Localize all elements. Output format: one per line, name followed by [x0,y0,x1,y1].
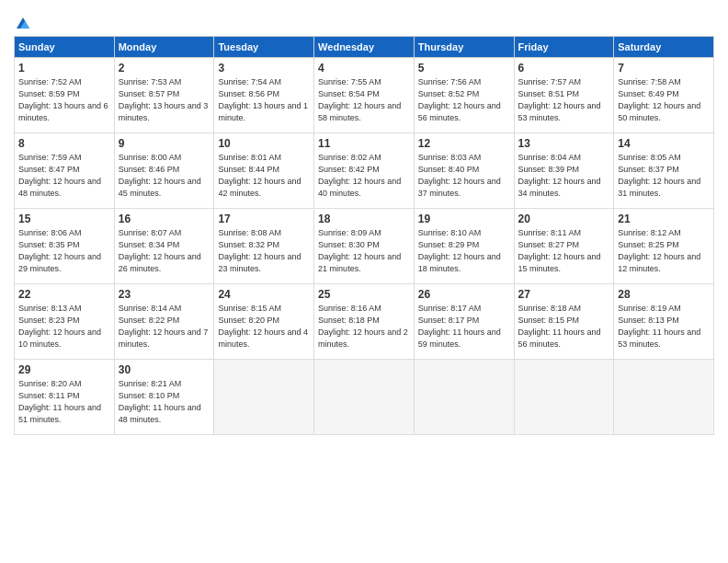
sunrise-text: Sunrise: 7:58 AM [618,77,681,86]
column-header-saturday: Saturday [614,37,714,58]
daylight-text: Daylight: 12 hours and 42 minutes. [218,177,301,198]
sunrise-text: Sunrise: 8:21 AM [119,379,182,388]
sunset-text: Sunset: 8:27 PM [518,240,580,249]
day-number: 17 [218,213,310,225]
calendar-day-cell: 12 Sunrise: 8:03 AM Sunset: 8:40 PM Dayl… [414,133,514,209]
calendar-header-row: SundayMondayTuesdayWednesdayThursdayFrid… [15,37,714,58]
daylight-text: Daylight: 12 hours and 40 minutes. [318,177,401,198]
daylight-text: Daylight: 12 hours and 37 minutes. [418,177,501,198]
sunrise-text: Sunrise: 8:00 AM [119,153,182,162]
day-number: 16 [119,213,210,225]
sunset-text: Sunset: 8:51 PM [518,89,580,98]
day-info: Sunrise: 8:11 AM Sunset: 8:27 PM Dayligh… [518,227,610,275]
page: SundayMondayTuesdayWednesdayThursdayFrid… [0,0,728,563]
sunrise-text: Sunrise: 8:06 AM [18,228,82,237]
day-number: 26 [418,288,510,301]
day-info: Sunrise: 8:00 AM Sunset: 8:46 PM Dayligh… [119,152,210,200]
calendar-day-cell: 26 Sunrise: 8:17 AM Sunset: 8:17 PM Dayl… [414,284,514,360]
sunrise-text: Sunrise: 7:59 AM [18,153,82,162]
calendar-day-cell: 3 Sunrise: 7:54 AM Sunset: 8:56 PM Dayli… [214,58,314,133]
day-number: 13 [518,137,610,150]
calendar-day-cell: 19 Sunrise: 8:10 AM Sunset: 8:29 PM Dayl… [414,209,514,284]
calendar-day-cell: 8 Sunrise: 7:59 AM Sunset: 8:47 PM Dayli… [15,133,115,209]
day-info: Sunrise: 8:09 AM Sunset: 8:30 PM Dayligh… [318,227,410,275]
calendar-week-row: 8 Sunrise: 7:59 AM Sunset: 8:47 PM Dayli… [15,133,714,209]
calendar-day-cell: 7 Sunrise: 7:58 AM Sunset: 8:49 PM Dayli… [614,58,714,133]
daylight-text: Daylight: 12 hours and 53 minutes. [518,101,601,122]
sunset-text: Sunset: 8:54 PM [318,89,380,98]
logo-icon [15,16,31,30]
calendar-day-cell: 23 Sunrise: 8:14 AM Sunset: 8:22 PM Dayl… [114,284,214,360]
sunset-text: Sunset: 8:17 PM [418,316,480,325]
column-header-friday: Friday [514,37,614,58]
day-number: 3 [218,62,310,75]
sunset-text: Sunset: 8:56 PM [218,89,279,98]
sunset-text: Sunset: 8:30 PM [318,240,380,249]
sunrise-text: Sunrise: 8:01 AM [218,153,281,162]
day-number: 8 [18,137,110,150]
daylight-text: Daylight: 12 hours and 21 minutes. [318,252,401,273]
calendar-day-cell: 1 Sunrise: 7:52 AM Sunset: 8:59 PM Dayli… [15,58,115,133]
calendar-day-cell: 4 Sunrise: 7:55 AM Sunset: 8:54 PM Dayli… [314,58,415,133]
calendar-day-cell: 2 Sunrise: 7:53 AM Sunset: 8:57 PM Dayli… [114,58,214,133]
calendar-day-cell: 18 Sunrise: 8:09 AM Sunset: 8:30 PM Dayl… [314,209,415,284]
calendar-day-cell [614,360,714,435]
sunrise-text: Sunrise: 8:17 AM [418,304,482,313]
daylight-text: Daylight: 12 hours and 56 minutes. [418,101,501,122]
sunset-text: Sunset: 8:32 PM [218,240,279,249]
sunrise-text: Sunrise: 8:14 AM [119,304,182,313]
column-header-wednesday: Wednesday [314,37,415,58]
day-info: Sunrise: 8:07 AM Sunset: 8:34 PM Dayligh… [119,227,210,275]
day-number: 20 [518,213,610,225]
day-number: 19 [418,213,510,225]
sunset-text: Sunset: 8:46 PM [119,165,180,174]
calendar-day-cell: 6 Sunrise: 7:57 AM Sunset: 8:51 PM Dayli… [514,58,614,133]
daylight-text: Daylight: 12 hours and 26 minutes. [119,252,201,273]
day-info: Sunrise: 7:55 AM Sunset: 8:54 PM Dayligh… [318,76,410,124]
sunrise-text: Sunrise: 8:09 AM [318,228,381,237]
sunrise-text: Sunrise: 7:55 AM [318,77,381,86]
daylight-text: Daylight: 12 hours and 10 minutes. [18,327,101,349]
day-number: 18 [318,213,410,225]
calendar-day-cell: 13 Sunrise: 8:04 AM Sunset: 8:39 PM Dayl… [514,133,614,209]
daylight-text: Daylight: 13 hours and 6 minutes. [18,101,108,122]
calendar-day-cell: 27 Sunrise: 8:18 AM Sunset: 8:15 PM Dayl… [514,284,614,360]
sunset-text: Sunset: 8:39 PM [518,165,580,174]
sunrise-text: Sunrise: 8:20 AM [18,379,82,388]
day-number: 28 [618,288,710,301]
calendar-day-cell [314,360,415,435]
sunset-text: Sunset: 8:29 PM [418,240,480,249]
calendar-day-cell: 9 Sunrise: 8:00 AM Sunset: 8:46 PM Dayli… [114,133,214,209]
day-number: 25 [318,288,410,301]
calendar-table: SundayMondayTuesdayWednesdayThursdayFrid… [14,36,714,435]
day-number: 5 [418,62,510,75]
sunset-text: Sunset: 8:47 PM [18,165,80,174]
daylight-text: Daylight: 12 hours and 7 minutes. [119,327,209,349]
column-header-thursday: Thursday [414,37,514,58]
day-info: Sunrise: 8:03 AM Sunset: 8:40 PM Dayligh… [418,152,510,200]
day-info: Sunrise: 8:21 AM Sunset: 8:10 PM Dayligh… [119,378,210,426]
day-number: 9 [119,137,210,150]
daylight-text: Daylight: 12 hours and 34 minutes. [518,177,601,198]
calendar-week-row: 1 Sunrise: 7:52 AM Sunset: 8:59 PM Dayli… [15,58,714,133]
day-number: 30 [119,363,210,376]
day-info: Sunrise: 8:05 AM Sunset: 8:37 PM Dayligh… [618,152,710,200]
daylight-text: Daylight: 11 hours and 59 minutes. [418,327,501,349]
day-info: Sunrise: 7:56 AM Sunset: 8:52 PM Dayligh… [418,76,510,124]
sunrise-text: Sunrise: 8:07 AM [119,228,182,237]
daylight-text: Daylight: 12 hours and 48 minutes. [18,177,101,198]
daylight-text: Daylight: 12 hours and 18 minutes. [418,252,501,273]
day-info: Sunrise: 7:59 AM Sunset: 8:47 PM Dayligh… [18,152,110,200]
calendar-day-cell: 10 Sunrise: 8:01 AM Sunset: 8:44 PM Dayl… [214,133,314,209]
sunset-text: Sunset: 8:15 PM [518,316,580,325]
calendar-day-cell: 16 Sunrise: 8:07 AM Sunset: 8:34 PM Dayl… [114,209,214,284]
sunrise-text: Sunrise: 8:11 AM [518,228,582,237]
sunrise-text: Sunrise: 8:05 AM [618,153,681,162]
calendar-day-cell [214,360,314,435]
sunrise-text: Sunrise: 8:18 AM [518,304,582,313]
daylight-text: Daylight: 11 hours and 51 minutes. [18,403,101,424]
calendar-week-row: 22 Sunrise: 8:13 AM Sunset: 8:23 PM Dayl… [15,284,714,360]
day-info: Sunrise: 8:17 AM Sunset: 8:17 PM Dayligh… [418,303,510,350]
sunset-text: Sunset: 8:37 PM [618,165,679,174]
sunrise-text: Sunrise: 8:19 AM [618,304,681,313]
